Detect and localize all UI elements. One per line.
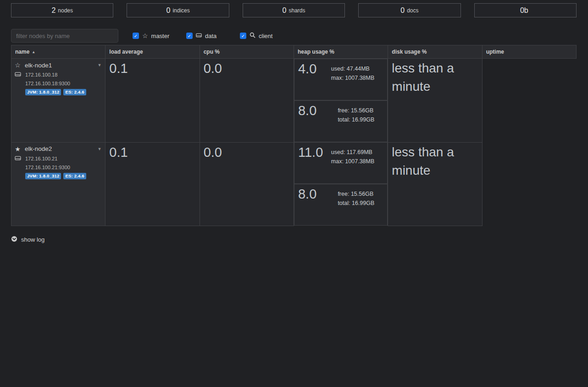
load-average-cell: 0.1: [105, 142, 200, 226]
disk-free: free: 15.56GB: [338, 106, 374, 115]
disk-detail: free: 15.56GB total: 16.99GB: [338, 186, 374, 224]
stat-indices-value: 0: [166, 6, 170, 15]
node-name: elk-node1: [25, 62, 52, 69]
node-transport-line: 172.16.100.21:9300: [14, 165, 101, 170]
node-menu-caret-icon[interactable]: ▼: [97, 147, 101, 151]
column-header-uptime[interactable]: uptime: [482, 45, 576, 59]
node-ip-line: 172.16.100.18: [14, 72, 101, 78]
node-transport-address: 172.16.100.21:9300: [25, 165, 70, 170]
stat-docs: 0 docs: [358, 3, 460, 17]
disk-usage-cell: 8.0 free: 15.56GB total: 16.99GB: [294, 100, 388, 142]
disk-free: free: 15.56GB: [338, 189, 374, 199]
column-header-cpu[interactable]: cpu %: [200, 45, 294, 59]
column-header-load-average[interactable]: load average: [105, 45, 200, 59]
filter-master-toggle[interactable]: ✓ ☆ master: [133, 33, 186, 39]
hard-drive-icon: [196, 33, 202, 39]
cpu-value: 0.0: [204, 61, 222, 76]
checkbox-checked-icon: ✓: [133, 33, 139, 39]
uptime-cell: less than a minute: [388, 59, 482, 143]
filter-nodes-input[interactable]: [11, 29, 118, 43]
master-eligible-star-icon: ☆: [14, 61, 21, 69]
heap-detail: used: 117.69MB max: 1007.38MB: [331, 144, 375, 182]
cpu-cell: 0.0: [200, 142, 294, 226]
node-ip: 172.16.100.21: [25, 156, 57, 161]
es-version-badge: ES: 2.4.6: [63, 173, 86, 179]
show-log-button[interactable]: show log: [11, 236, 44, 243]
heap-usage-cell: 11.0 used: 117.69MB max: 1007.38MB: [294, 142, 388, 184]
heap-max: max: 1007.38MB: [331, 157, 375, 166]
heap-pct-value: 4.0: [298, 61, 316, 99]
node-row: ★ elk-node2 ▼ 172.: [11, 142, 577, 226]
stat-size-value: 0b: [520, 6, 528, 15]
disk-total: total: 16.99GB: [338, 199, 374, 208]
show-log-label: show log: [21, 236, 44, 243]
cerebro-nodes-page: 2 nodes 0 indices 0 shards 0 docs 0b ✓ ☆…: [0, 0, 588, 244]
stat-size: 0b: [474, 3, 577, 17]
node-name-cell: ★ elk-node2 ▼ 172.: [11, 142, 105, 226]
node-name: elk-node2: [25, 145, 52, 152]
hard-drive-icon: [15, 155, 21, 162]
load-average-value: 0.1: [109, 61, 128, 76]
jvm-version-badge: JVM: 1.8.0_312: [25, 173, 61, 179]
node-name-line: ★ elk-node2 ▼: [14, 145, 101, 153]
node-ip: 172.16.100.18: [25, 72, 57, 77]
heap-max: max: 1007.38MB: [331, 73, 375, 83]
es-version-badge: ES: 2.4.6: [63, 89, 86, 95]
star-icon: ☆: [142, 33, 148, 39]
filter-client-toggle[interactable]: ✓ client: [240, 32, 294, 39]
cpu-cell: 0.0: [200, 59, 294, 143]
filter-data-toggle[interactable]: ✓ data: [186, 33, 240, 39]
node-transport-address: 172.16.100.18:9300: [25, 81, 70, 86]
load-average-cell: 0.1: [105, 59, 200, 143]
uptime-cell: less than a minute: [388, 142, 482, 226]
hard-drive-icon: [15, 72, 21, 78]
stat-indices: 0 indices: [127, 3, 229, 17]
node-row: ☆ elk-node1 ▼ 172.: [11, 59, 577, 143]
stat-nodes-unit: nodes: [58, 7, 73, 14]
stat-nodes-value: 2: [51, 6, 55, 15]
search-icon: [250, 32, 255, 39]
node-version-badges: JVM: 1.8.0_312 ES: 2.4.6: [14, 173, 101, 179]
node-version-badges: JVM: 1.8.0_312 ES: 2.4.6: [14, 89, 101, 95]
disk-total: total: 16.99GB: [338, 115, 374, 124]
node-transport-line: 172.16.100.18:9300: [14, 81, 101, 86]
disk-detail: free: 15.56GB total: 16.99GB: [338, 102, 374, 140]
stat-docs-value: 0: [400, 6, 405, 15]
disk-usage-cell: 8.0 free: 15.56GB total: 16.99GB: [294, 184, 388, 226]
heap-usage-cell: 4.0 used: 47.44MB max: 1007.38MB: [294, 59, 388, 100]
elected-master-star-icon: ★: [14, 145, 21, 153]
uptime-value: less than a minute: [392, 59, 478, 96]
heap-used: used: 47.44MB: [331, 64, 375, 73]
stat-docs-unit: docs: [407, 7, 418, 14]
sort-ascending-icon: ▲: [32, 50, 35, 54]
load-average-value: 0.1: [109, 145, 128, 160]
node-name-line: ☆ elk-node1 ▼: [14, 61, 101, 69]
column-header-heap-usage[interactable]: heap usage %: [294, 45, 388, 59]
disk-pct-value: 8.0: [298, 102, 316, 140]
disk-pct-value: 8.0: [298, 186, 316, 224]
column-header-disk-usage[interactable]: disk usage %: [388, 45, 482, 59]
heap-pct-value: 11.0: [298, 144, 323, 182]
node-name-cell: ☆ elk-node1 ▼ 172.: [11, 59, 105, 143]
filter-master-label: master: [151, 33, 170, 39]
node-menu-caret-icon[interactable]: ▼: [97, 63, 101, 67]
stat-shards-unit: shards: [288, 7, 305, 14]
stat-indices-unit: indices: [172, 7, 189, 14]
checkbox-checked-icon: ✓: [240, 33, 246, 39]
uptime-value: less than a minute: [392, 143, 478, 180]
column-header-name[interactable]: name▲: [11, 45, 105, 59]
filter-client-label: client: [259, 33, 272, 39]
stat-shards-value: 0: [283, 6, 287, 15]
cluster-stats-row: 2 nodes 0 indices 0 shards 0 docs 0b: [11, 3, 577, 17]
node-ip-line: 172.16.100.21: [14, 155, 101, 162]
heap-detail: used: 47.44MB max: 1007.38MB: [331, 61, 375, 99]
chevron-circle-down-icon: [11, 236, 17, 243]
filter-row: ✓ ☆ master ✓ data ✓: [11, 29, 577, 43]
table-header-row: name▲ load average cpu % heap usage % di…: [11, 45, 577, 59]
nodes-table: name▲ load average cpu % heap usage % di…: [11, 45, 577, 226]
filter-data-label: data: [205, 33, 216, 39]
jvm-version-badge: JVM: 1.8.0_312: [25, 89, 61, 95]
heap-used: used: 117.69MB: [331, 148, 375, 157]
checkbox-checked-icon: ✓: [186, 33, 193, 39]
stat-shards: 0 shards: [243, 3, 345, 17]
